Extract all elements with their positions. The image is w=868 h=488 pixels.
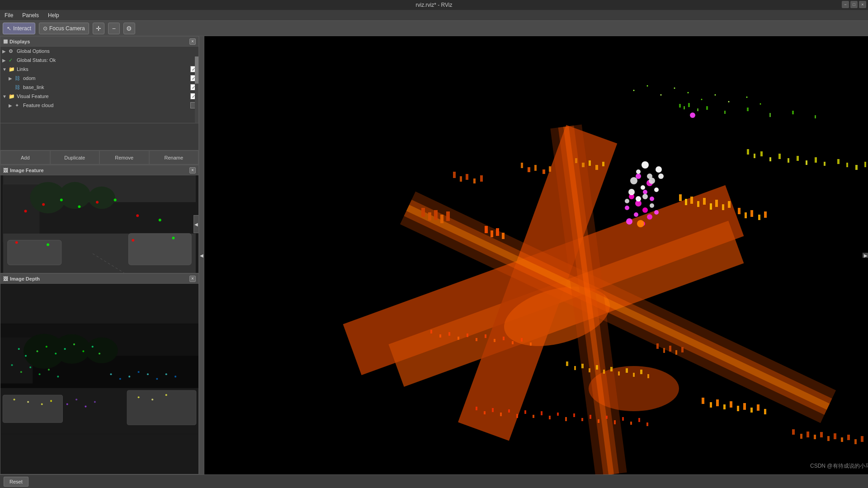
depth-icon: 🖼 [3,276,8,282]
visual-feature-label: Visual Feature [17,94,189,99]
svg-point-5 [59,182,90,209]
image-feature-close[interactable]: × [189,167,196,174]
duplicate-button[interactable]: Duplicate [50,150,100,164]
svg-rect-226 [581,418,583,421]
svg-rect-243 [757,404,760,411]
svg-rect-175 [710,203,712,210]
right-edge-handle[interactable]: ▶ [863,253,868,258]
gear-icon: ⚙ [9,48,16,54]
svg-rect-235 [702,398,704,404]
tree-item-global-options[interactable]: ▶ ⚙ Global Options [0,47,198,56]
minus-button[interactable]: − [108,23,120,34]
svg-rect-110 [864,162,866,167]
panel-collapse-handle[interactable]: ◀ [199,36,204,474]
collapse-handle-image[interactable]: ◀ [193,215,198,233]
svg-rect-213 [476,407,477,410]
scroll-track[interactable] [195,56,198,123]
3d-view[interactable]: CSDN @有待成说的小马 31fps ▶ [204,36,868,474]
focus-camera-button[interactable]: ⊙ Focus Camera [39,23,89,34]
svg-point-169 [690,113,695,118]
svg-point-143 [643,190,647,194]
svg-point-53 [27,401,29,403]
svg-point-69 [85,406,86,408]
svg-point-13 [24,210,27,212]
menu-bar: File Panels Help [0,10,868,21]
displays-empty-area [0,123,198,150]
svg-point-45 [99,352,100,354]
svg-point-20 [159,219,161,221]
svg-point-48 [29,366,31,368]
svg-point-19 [136,214,139,217]
svg-rect-187 [458,337,459,340]
image-feature-view [0,175,198,273]
svg-point-165 [650,203,654,208]
svg-point-86 [760,103,761,105]
svg-rect-248 [814,435,816,439]
tree-item-global-status[interactable]: ▶ ✓ Global Status: Ok [0,56,198,65]
svg-rect-102 [788,158,789,163]
svg-rect-255 [861,436,863,442]
tree-item-feature-cloud[interactable]: ▶ ✦ Feature cloud [0,101,198,110]
add-button[interactable]: Add [0,150,50,164]
remove-button[interactable]: Remove [99,150,149,164]
svg-point-154 [642,161,649,169]
svg-rect-236 [710,402,712,408]
svg-point-81 [688,92,689,94]
svg-point-80 [674,88,675,89]
svg-rect-180 [745,212,747,218]
svg-rect-241 [743,403,746,410]
svg-rect-182 [758,215,760,220]
menu-file[interactable]: File [3,11,15,19]
svg-rect-211 [640,370,642,374]
svg-rect-125 [602,162,604,166]
svg-rect-229 [606,416,608,419]
tree-item-odom[interactable]: ▶ ⛓ odom ✓ [0,74,198,83]
svg-rect-191 [494,339,495,342]
image-depth-panel-header: 🖼 Image Depth × [0,274,198,284]
image-depth-close[interactable]: × [189,276,196,282]
right-edge-arrow: ▶ [863,253,868,258]
reset-label: Reset [9,479,23,484]
svg-point-60 [119,378,121,380]
image-feature-panel-header: 🖼 Image Feature × [0,165,198,175]
tree-item-base-link[interactable]: ▶ ⛓ base_link ✓ [0,83,198,92]
svg-point-29 [53,334,90,364]
svg-point-23 [132,239,134,242]
rename-button[interactable]: Rename [149,150,199,164]
svg-rect-244 [764,409,766,414]
tree-item-links[interactable]: ▼ 📁 Links ✓ [0,65,198,74]
left-panel: ▦ Displays × ▶ ⚙ Global Options ▶ ✓ Glob… [0,36,199,474]
svg-point-158 [649,178,655,184]
svg-rect-32 [3,395,62,422]
svg-point-84 [728,101,730,103]
svg-rect-247 [807,432,809,437]
interact-button[interactable]: ↖ Interact [3,23,35,34]
image-depth-title: 🖼 Image Depth [3,276,40,282]
svg-point-18 [114,199,117,202]
svg-rect-96 [815,115,816,118]
svg-rect-204 [589,368,590,372]
svg-point-68 [75,399,77,400]
svg-rect-188 [467,333,468,337]
svg-rect-88 [684,106,685,109]
svg-point-83 [715,94,716,96]
svg-rect-214 [484,411,486,414]
svg-point-159 [641,185,645,190]
menu-help[interactable]: Help [46,11,61,19]
maximize-button[interactable]: □ [850,1,858,8]
svg-rect-132 [421,208,425,217]
minimize-button[interactable]: − [842,1,849,8]
menu-panels[interactable]: Panels [20,11,41,19]
svg-rect-89 [688,103,690,107]
add-point-button[interactable]: ✛ [93,23,104,34]
close-button[interactable]: × [859,1,866,8]
svg-rect-118 [534,165,537,171]
settings-button[interactable]: ⚙ [123,23,135,34]
svg-rect-198 [669,346,671,352]
svg-rect-108 [846,163,848,167]
displays-panel-close[interactable]: × [189,38,196,45]
collapse-arrow: ◀ [200,253,203,258]
svg-point-36 [18,348,20,350]
tree-item-visual-feature[interactable]: ▼ 📁 Visual Feature ✓ [0,92,198,101]
reset-button[interactable]: Reset [4,477,28,487]
